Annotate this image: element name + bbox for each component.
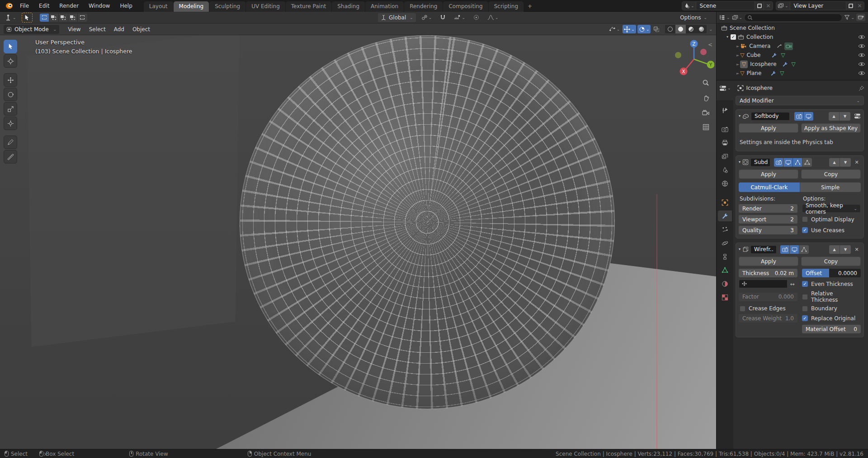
invert-vertex-group-button[interactable]: ↔: [788, 280, 797, 288]
mesh-data-icon[interactable]: ▽: [781, 52, 785, 58]
realtime-toggle[interactable]: [804, 112, 813, 121]
object-visibility-dropdown[interactable]: ⌄: [608, 25, 622, 33]
tab-scene[interactable]: [718, 164, 732, 175]
move-up-button[interactable]: ▲: [829, 112, 840, 121]
proportional-falloff-dropdown[interactable]: ⌄: [485, 13, 501, 22]
viewport-subdivisions-field[interactable]: Viewport 2: [739, 215, 797, 224]
editmode-toggle[interactable]: [793, 158, 802, 167]
checkbox-checked[interactable]: ✓: [802, 315, 808, 321]
mode-selector[interactable]: Object Mode ⌄: [4, 25, 59, 34]
add-workspace-button[interactable]: +: [524, 1, 536, 12]
tab-layout[interactable]: Layout: [144, 1, 173, 12]
hide-toggle-eye-icon[interactable]: [858, 34, 865, 40]
outliner-search-input[interactable]: [744, 14, 842, 22]
transform-orientation-dropdown[interactable]: Global ⌄: [378, 13, 416, 22]
material-offset-field[interactable]: Material Offset 0: [802, 325, 861, 333]
wireframe-icosphere[interactable]: [240, 35, 615, 409]
tab-material[interactable]: [718, 278, 732, 289]
relative-thickness-checkbox-row[interactable]: Relative Thickness: [802, 290, 861, 303]
tab-constraints[interactable]: [718, 251, 732, 262]
blender-logo-icon[interactable]: [5, 2, 13, 9]
oncage-toggle[interactable]: [802, 158, 812, 167]
editor-type-button[interactable]: ⌄: [5, 14, 16, 21]
apply-button[interactable]: Apply: [739, 169, 798, 179]
menu-object[interactable]: Object: [128, 26, 154, 33]
mesh-data-icon[interactable]: ▽: [792, 61, 796, 67]
menu-render[interactable]: Render: [54, 3, 84, 9]
hide-toggle-eye-icon[interactable]: [858, 43, 865, 49]
tool-annotate[interactable]: [4, 136, 17, 149]
simple-button[interactable]: Simple: [800, 182, 861, 192]
mesh-data-icon[interactable]: ▽: [780, 70, 784, 76]
apply-as-shape-key-button[interactable]: Apply as Shape Key: [801, 123, 861, 133]
shading-material-button[interactable]: [686, 25, 696, 33]
move-down-button[interactable]: ▼: [840, 158, 851, 167]
tab-physics[interactable]: [718, 238, 732, 248]
hide-toggle-eye-icon[interactable]: [858, 52, 865, 58]
show-gizmo-toggle[interactable]: ⌄: [623, 25, 636, 33]
tab-render[interactable]: [718, 124, 732, 135]
toggle-perspective-control[interactable]: [700, 121, 712, 133]
remove-view-layer-button[interactable]: ✕: [855, 2, 864, 10]
snap-settings-dropdown[interactable]: ⌄: [451, 13, 468, 22]
options-dropdown[interactable]: Options ⌄: [677, 13, 710, 22]
menu-add[interactable]: Add: [110, 26, 128, 33]
collapse-panel-arrow[interactable]: <: [708, 42, 712, 48]
tab-animation[interactable]: Animation: [365, 1, 404, 12]
active-tool-select-box[interactable]: [22, 13, 33, 23]
thickness-field[interactable]: Thickness 0.02 m: [739, 269, 797, 277]
hide-toggle-eye-icon[interactable]: [858, 61, 865, 67]
tab-sculpting[interactable]: Sculpting: [209, 1, 245, 12]
realtime-toggle[interactable]: [783, 158, 793, 167]
modifier-name-field[interactable]: Subd: [750, 158, 770, 167]
tab-modeling[interactable]: Modeling: [174, 1, 209, 12]
crease-weight-field[interactable]: Crease Weight 1.0: [739, 314, 797, 322]
pivot-point-dropdown[interactable]: ⌄: [419, 13, 435, 22]
outliner-row-icosphere[interactable]: ► ▽ Icosphere ▽: [717, 60, 868, 69]
replace-original-checkbox-row[interactable]: ✓ Replace Original: [802, 315, 861, 322]
menu-select[interactable]: Select: [85, 26, 110, 33]
tab-output[interactable]: [718, 137, 732, 148]
outliner-row-camera[interactable]: ► Camera: [717, 42, 868, 51]
checkbox-unchecked[interactable]: [802, 294, 808, 300]
add-modifier-dropdown[interactable]: Add Modifier ⌄: [736, 96, 864, 105]
tool-cursor[interactable]: [4, 54, 17, 68]
hide-toggle-eye-icon[interactable]: [858, 70, 865, 76]
select-mode-extend[interactable]: [49, 14, 59, 22]
outliner-row-scene-collection[interactable]: Scene Collection: [717, 23, 868, 33]
modifier-wrench-icon[interactable]: [770, 70, 776, 76]
render-toggle[interactable]: [774, 158, 783, 167]
shading-rendered-button[interactable]: [696, 25, 707, 33]
modifier-wrench-icon[interactable]: [771, 52, 777, 58]
tab-modifiers[interactable]: [718, 210, 732, 221]
checkbox-unchecked[interactable]: [802, 216, 808, 222]
collection-checkbox[interactable]: ✓: [731, 34, 736, 40]
modifier-wrench-icon[interactable]: [782, 61, 788, 67]
quality-field[interactable]: Quality 3: [739, 226, 797, 234]
copy-button[interactable]: Copy: [801, 257, 861, 266]
tab-world[interactable]: [718, 178, 732, 189]
shading-dropdown[interactable]: ⌄: [709, 27, 712, 32]
new-scene-button[interactable]: [755, 2, 764, 10]
tab-object-data[interactable]: [718, 265, 732, 276]
filter-type-dropdown[interactable]: ⌄: [732, 14, 743, 21]
tab-uv-editing[interactable]: UV Editing: [246, 1, 285, 12]
zoom-control[interactable]: [700, 77, 712, 89]
checkbox-checked[interactable]: ✓: [802, 281, 808, 287]
vertex-group-field[interactable]: [739, 280, 788, 288]
editmode-toggle[interactable]: [799, 245, 809, 254]
move-up-button[interactable]: ▲: [829, 158, 840, 167]
new-collection-button[interactable]: [856, 14, 865, 21]
factor-field[interactable]: Factor 0.000: [739, 293, 797, 301]
menu-window[interactable]: Window: [84, 3, 115, 9]
render-subdivisions-field[interactable]: Render 2: [739, 204, 797, 213]
browse-scene-button[interactable]: ⌄: [682, 2, 696, 10]
render-toggle[interactable]: [780, 245, 790, 254]
tab-texture-paint[interactable]: Texture Paint: [286, 1, 331, 12]
snap-toggle[interactable]: [437, 13, 448, 22]
offset-slider[interactable]: Offset 0.0000: [802, 269, 861, 277]
outliner-row-cube[interactable]: ► ▽ Cube ▽: [717, 51, 868, 60]
view-layer-name[interactable]: View Layer: [790, 3, 846, 9]
tab-texture[interactable]: [718, 292, 732, 303]
scene-name[interactable]: Scene: [696, 3, 755, 9]
